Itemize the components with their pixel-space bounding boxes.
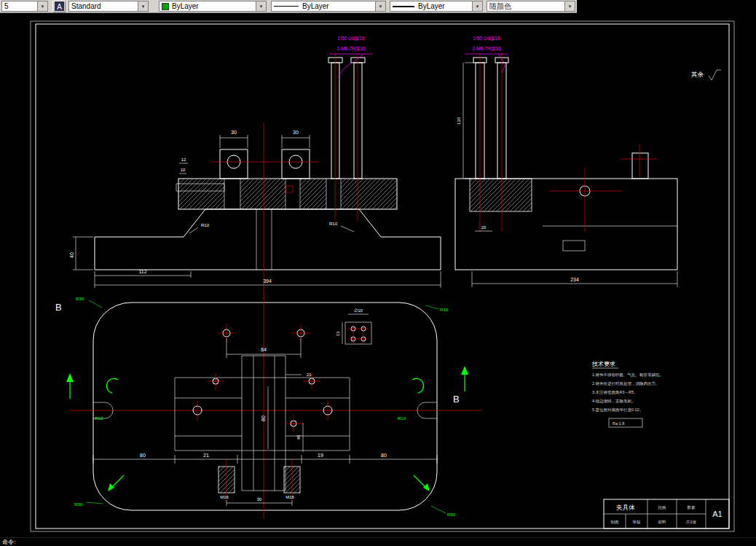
surface-note-text: 其余	[691, 71, 704, 78]
tech-line-2: 2.铸件应进行时效处理，消除内应力。	[592, 381, 660, 386]
fillet-label-left: R10	[201, 223, 210, 227]
corner-radius-br: R30	[447, 512, 456, 517]
section-label-right: B	[453, 394, 460, 405]
tech-requirements: 技术要求 1.铸件不得有砂眼、气孔、裂纹等缺陷。 2.铸件应进行时效处理，消除内…	[591, 361, 664, 427]
tech-line-5: 5.定位面对底面平行度0.02。	[592, 407, 643, 413]
part-name: 夹具体	[616, 504, 635, 511]
dim-boss-right: 30	[293, 130, 299, 135]
lineweight-combo[interactable]: ByLayer ▼	[390, 1, 483, 12]
dimstyle-combo[interactable]: 5 ▼	[1, 1, 48, 12]
sheet-label: 共1张	[685, 520, 697, 525]
callout-group-1: 1/50 ∅6深16 2-M6-7H深16	[329, 36, 373, 77]
dim-total-front: 394	[263, 278, 272, 284]
plotstyle-combo[interactable]: 随颜色 ▼	[487, 1, 575, 12]
thread-label-left: M16	[220, 495, 229, 499]
roughness-icon	[709, 70, 721, 80]
checker-label: 审核	[633, 520, 642, 524]
callout2-line2: 2-M6-7H深16	[472, 46, 500, 52]
dim-bottom-1: 80	[140, 453, 146, 458]
tech-line-6: Ra 0.8	[613, 421, 624, 426]
plan-view-dimensions: B B 84 21 80 45 80 21 19 80 30 M16 M16 ∅…	[55, 302, 460, 506]
tech-line-4: 4.锐边倒钝，去除毛刺。	[592, 399, 636, 404]
chevron-down-icon[interactable]: ▼	[37, 1, 47, 11]
drawing-number: A1	[712, 510, 722, 518]
text-style-icon[interactable]: A	[52, 1, 66, 12]
command-prompt: 命令:	[2, 538, 15, 546]
corner-radius-bl: R30	[74, 502, 83, 507]
section-label-left: B	[55, 302, 62, 313]
text-style-glyph: A	[55, 1, 64, 11]
lineweight-preview	[393, 6, 414, 7]
chevron-down-icon[interactable]: ▼	[375, 1, 385, 11]
corner-arrow-right-icon	[423, 483, 430, 491]
textstyle-combo[interactable]: Standard ▼	[68, 1, 149, 12]
dim-total-side: 234	[570, 277, 579, 282]
section-hook-right-icon	[412, 378, 424, 393]
dim-small-side: 20	[481, 225, 487, 230]
tech-line-1: 1.铸件不得有砂眼、气孔、裂纹等缺陷。	[592, 373, 664, 378]
drafter-label: 制图	[611, 520, 619, 525]
title-block: 夹具体 A1 比例 数量 材料 共1张 制图 审核	[604, 499, 729, 529]
dim-45: 45	[296, 434, 301, 440]
color-combo-value: ByLayer	[172, 2, 199, 10]
section-hook-left-icon	[106, 378, 118, 393]
dim-bottom-4: 80	[381, 453, 387, 458]
detail-dim-b: 13	[336, 331, 340, 336]
dim-small-a: 12	[181, 157, 186, 162]
linetype-combo[interactable]: ByLayer ▼	[271, 1, 386, 12]
section-arrow-left-icon	[66, 373, 74, 382]
detail-dim-a: ∅10	[354, 308, 363, 313]
dim-seg: 112	[138, 269, 146, 274]
section-arrow-right-icon	[461, 366, 468, 375]
dim-small-b: 10	[181, 168, 186, 172]
callout1-line2: 2-M6-7H深16	[336, 46, 365, 52]
corner-radius-tl: R30	[76, 297, 84, 301]
material-label: 材料	[658, 520, 667, 525]
fillet-label-plan-left: R10	[95, 416, 103, 421]
chevron-down-icon[interactable]: ▼	[138, 1, 148, 11]
scale-label: 比例	[658, 505, 666, 510]
dimstyle-combo-value: 5	[4, 2, 9, 10]
plotstyle-combo-value: 随颜色	[489, 1, 511, 12]
side-view-dimensions: 234 20 130	[457, 63, 677, 287]
plan-view	[69, 297, 482, 519]
linetype-preview	[274, 6, 299, 7]
dim-boss-left: 30	[231, 130, 237, 135]
corner-arrow-left-icon	[108, 483, 114, 491]
dim-30: 30	[257, 497, 262, 502]
dim-bottom-2: 21	[203, 453, 209, 458]
tech-line-3: 3.未注铸造圆角R3～R5。	[592, 390, 638, 395]
dim-hole-spacing: 84	[261, 347, 267, 352]
command-line[interactable]: 命令:	[0, 537, 756, 546]
chevron-down-icon[interactable]: ▼	[256, 1, 266, 11]
fillet-label-plan-right: R10	[398, 416, 406, 421]
chevron-down-icon: ▼	[564, 1, 575, 11]
drawing-svg: 30 30 12 10 40 112 394 R10 R10	[0, 13, 756, 537]
surface-finish-note: 其余	[691, 70, 721, 80]
dim-height-side: 130	[457, 117, 461, 125]
plan-view-section-marks: R30 R30 R30 R30 R10 R10	[66, 297, 468, 517]
toolbar: 5 ▼ A Standard ▼ ByLayer ▼ ByLayer ▼ ByL…	[0, 0, 577, 13]
callout1-line1: 1/50 ∅6深16	[337, 36, 365, 42]
svg-text:A: A	[57, 3, 62, 11]
tech-requirements-title: 技术要求	[591, 361, 615, 367]
dim-slot-top: 21	[307, 373, 312, 377]
thread-label-right: M16	[286, 495, 294, 499]
textstyle-combo-value: Standard	[71, 2, 101, 10]
color-swatch	[162, 3, 169, 10]
linetype-combo-value: ByLayer	[302, 2, 329, 10]
dim-left-height: 40	[69, 252, 74, 258]
corner-radius-tr: R30	[440, 308, 449, 312]
front-section-view	[95, 53, 441, 299]
lineweight-combo-value: ByLayer	[418, 2, 445, 10]
fillet-label-right: R10	[329, 222, 338, 226]
drawing-area[interactable]: 30 30 12 10 40 112 394 R10 R10	[0, 13, 756, 537]
side-section-view	[455, 53, 677, 270]
callout2-line1: 1/50 ∅6深16	[473, 36, 500, 42]
qty-label: 数量	[688, 505, 696, 510]
color-combo[interactable]: ByLayer ▼	[159, 1, 267, 12]
dim-bottom-3: 19	[318, 453, 323, 458]
dim-slot-vert: 80	[261, 416, 266, 421]
chevron-down-icon[interactable]: ▼	[472, 1, 482, 11]
